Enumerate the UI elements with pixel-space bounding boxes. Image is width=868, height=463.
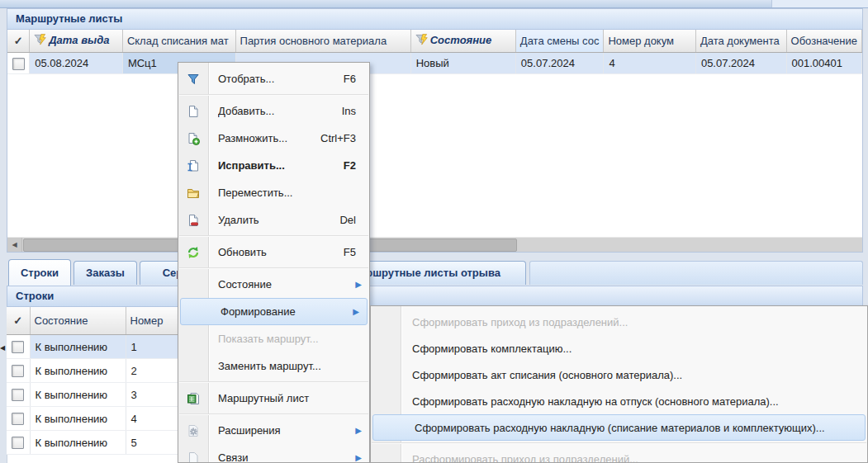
column-header-warehouse[interactable]: Склад списания мат bbox=[122, 30, 235, 53]
cell-doc-date[interactable]: 05.07.2024 bbox=[695, 53, 786, 74]
menu-item-show-route: Показать маршрут... bbox=[178, 325, 369, 352]
cell-doc-number[interactable]: 4 bbox=[604, 53, 695, 74]
refresh-icon bbox=[178, 246, 208, 259]
menu-item-replace-route[interactable]: Заменить маршрут... bbox=[178, 352, 369, 380]
menu-item-add[interactable]: Добавить... Ins bbox=[178, 97, 369, 125]
select-all-column-header[interactable]: ✓ bbox=[7, 30, 30, 53]
menu-separator bbox=[179, 94, 368, 96]
row-checkbox[interactable] bbox=[12, 341, 24, 353]
filter-lightning-icon bbox=[34, 34, 46, 48]
copy-page-icon bbox=[178, 132, 208, 145]
submenu-arrow-icon: ▶ bbox=[355, 426, 362, 435]
column-header-state[interactable]: Состояние bbox=[410, 30, 515, 53]
tab-orders[interactable]: Заказы bbox=[74, 261, 137, 285]
menu-item-route-sheet[interactable]: Маршрутный лист bbox=[178, 385, 369, 412]
submenu-item-unform-incoming: Расформировать приход из подразделений..… bbox=[371, 446, 867, 463]
column-header-batch[interactable]: Партия основного материала bbox=[235, 30, 410, 53]
formation-submenu: Сформировать приход из подразделений... … bbox=[370, 305, 868, 463]
submenu-item-form-writeoff-invoice[interactable]: Сформировать расходную накладную (списан… bbox=[372, 414, 866, 441]
column-header-issue-date[interactable]: Дата выда bbox=[30, 30, 123, 53]
window-top-strip bbox=[0, 0, 868, 8]
route-sheets-grid-empty-area bbox=[7, 74, 862, 237]
tab-lines[interactable]: Строки bbox=[8, 259, 71, 286]
spreadsheet-icon bbox=[178, 392, 208, 405]
route-sheets-grid: ✓ Дата выда Склад списания мат Партия ос… bbox=[7, 30, 862, 74]
cell-line-state[interactable]: К выполнению bbox=[30, 383, 126, 407]
column-header-doc-number[interactable]: Номер докум bbox=[604, 30, 695, 53]
submenu-item-form-kitting[interactable]: Сформировать комплектацию... bbox=[371, 335, 867, 361]
row-checkbox-cell bbox=[7, 335, 30, 359]
submenu-item-form-issue-invoice[interactable]: Сформировать расходную накладную на отпу… bbox=[371, 388, 867, 414]
menu-separator bbox=[179, 381, 368, 383]
edit-page-icon bbox=[178, 159, 208, 172]
submenu-item-form-incoming: Сформировать приход из подразделений... bbox=[371, 309, 867, 335]
row-checkbox[interactable] bbox=[12, 365, 24, 377]
app-window: { "colors": { "selection_fill": "#d9e5f6… bbox=[0, 0, 868, 463]
menu-item-state[interactable]: Состояние ▶ bbox=[178, 271, 369, 298]
menu-item-duplicate[interactable]: Размножить... Ctrl+F3 bbox=[178, 125, 369, 152]
lines-select-all-header[interactable]: ✓ bbox=[7, 307, 30, 335]
menu-item-edit[interactable]: Исправить... F2 bbox=[178, 152, 369, 179]
menu-separator bbox=[179, 235, 368, 237]
row-checkbox[interactable] bbox=[12, 437, 24, 449]
row-checkbox[interactable] bbox=[12, 413, 24, 425]
row-checkbox[interactable] bbox=[12, 58, 25, 70]
menu-item-select[interactable]: Отобрать... F6 bbox=[178, 65, 369, 92]
current-row-indicator-icon: ◀ bbox=[0, 344, 7, 352]
scroll-left-arrow-icon[interactable]: ◀ bbox=[7, 238, 22, 252]
delete-page-icon bbox=[178, 214, 208, 227]
route-sheets-panel-title: Маршрутные листы bbox=[7, 9, 862, 30]
menu-item-formation[interactable]: Формирование ▶ bbox=[180, 298, 368, 325]
column-header-doc-date[interactable]: Дата документа bbox=[695, 30, 786, 53]
menu-item-links[interactable]: Связи ▶ bbox=[178, 444, 369, 463]
move-folder-icon bbox=[178, 187, 208, 200]
row-checkbox-cell bbox=[7, 383, 30, 407]
context-menu: Отобрать... F6 Добавить... Ins Размножит… bbox=[178, 62, 370, 463]
window-top-strip-segment bbox=[771, 0, 868, 7]
route-sheets-panel: Маршрутные листы ✓ Дата выда Склад списа… bbox=[7, 8, 863, 253]
route-sheets-header-row: ✓ Дата выда Склад списания мат Партия ос… bbox=[7, 30, 862, 53]
cell-line-state[interactable]: К выполнению bbox=[30, 407, 126, 431]
submenu-arrow-icon: ▶ bbox=[355, 280, 362, 289]
cell-state-change-date[interactable]: 05.07.2024 bbox=[515, 53, 604, 74]
lines-column-header-state[interactable]: Состояние bbox=[30, 307, 126, 335]
submenu-arrow-icon: ▶ bbox=[353, 307, 359, 316]
row-checkbox-cell bbox=[7, 359, 30, 383]
cell-state[interactable]: Новый bbox=[410, 53, 515, 74]
horizontal-scrollbar[interactable]: ◀ bbox=[7, 237, 862, 252]
menu-separator bbox=[372, 442, 866, 444]
route-sheet-row[interactable]: 05.08.2024 МСц1 Новый 05.07.2024 4 05.07… bbox=[7, 53, 862, 74]
cell-line-state[interactable]: К выполнению bbox=[30, 359, 126, 383]
menu-item-extensions[interactable]: Расширения ▶ bbox=[178, 417, 369, 444]
menu-item-move[interactable]: Переместить... bbox=[178, 179, 369, 206]
submenu-item-form-writeoff-act[interactable]: Сформировать акт списания (основного мат… bbox=[371, 361, 867, 388]
menu-item-delete[interactable]: Удалить Del bbox=[178, 206, 369, 234]
submenu-arrow-icon: ▶ bbox=[355, 453, 362, 462]
cell-line-state[interactable]: К выполнению bbox=[30, 335, 126, 359]
cell-designation[interactable]: 001.00401 bbox=[786, 53, 861, 74]
extensions-gear-icon bbox=[178, 424, 208, 437]
menu-item-refresh[interactable]: Обновить F5 bbox=[178, 239, 369, 266]
menu-separator bbox=[179, 267, 368, 269]
cell-line-state[interactable]: К выполнению bbox=[30, 431, 126, 455]
tab-strip-filler bbox=[529, 261, 863, 285]
row-checkbox-cell bbox=[7, 53, 30, 74]
filter-lightning-icon bbox=[415, 34, 428, 48]
links-page-icon bbox=[178, 451, 208, 463]
new-page-icon bbox=[178, 105, 208, 118]
menu-separator bbox=[179, 413, 368, 415]
cell-issue-date[interactable]: 05.08.2024 bbox=[30, 53, 123, 74]
lines-panel-title: Строки bbox=[7, 286, 863, 307]
column-header-designation[interactable]: Обозначение bbox=[786, 30, 861, 53]
row-checkbox-cell bbox=[7, 407, 30, 431]
row-checkbox[interactable] bbox=[12, 389, 24, 401]
column-header-state-change-date[interactable]: Дата смены сос bbox=[515, 30, 604, 53]
filter-icon bbox=[178, 73, 208, 86]
row-checkbox-cell bbox=[7, 431, 30, 455]
